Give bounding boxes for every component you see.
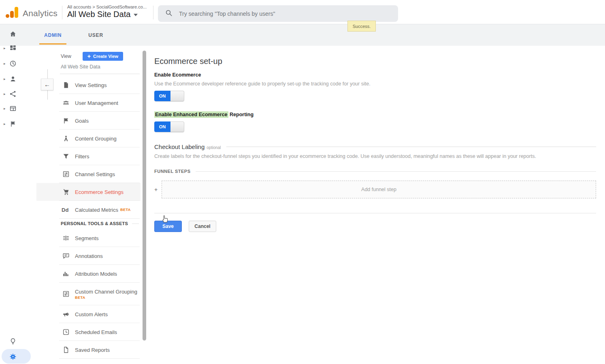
expand-caret-icon: ▸ (4, 122, 6, 126)
speech-bubble-icon (62, 252, 70, 260)
app-header: Analytics All accounts > SocialGoodSoftw… (0, 0, 605, 24)
add-step-plus-icon[interactable]: + (154, 186, 160, 193)
search-input[interactable] (179, 11, 373, 17)
rail-item-insights[interactable] (0, 337, 32, 346)
realtime-clock-icon (9, 60, 17, 67)
sidebar-item-scheduled-emails[interactable]: Scheduled Emails (36, 323, 141, 341)
sidebar-item-ecommerce-settings[interactable]: Ecommerce Settings (36, 183, 141, 201)
enhanced-ecommerce-label: Enable Enhanced Ecommerce Reporting (154, 112, 596, 117)
acquisition-share-icon (9, 90, 17, 98)
rail-item-conversions[interactable]: ▸ (0, 119, 32, 128)
rail-item-audience[interactable]: ▸ (0, 75, 32, 83)
analytics-admin-page: Analytics All accounts > SocialGoodSoftw… (0, 0, 605, 364)
collapse-sidebar-button[interactable]: ← (41, 79, 53, 90)
breadcrumb[interactable]: All accounts > SocialGoodSoftware.co... (67, 4, 147, 9)
header-divider (62, 6, 62, 19)
admin-sidebar: View + Create View All Web Site Data Vie… (36, 46, 141, 364)
sidebar-item-custom-channel-grouping[interactable]: Custom Channel Grouping BETA (36, 283, 141, 305)
sidebar-item-goals[interactable]: Goals (36, 112, 141, 130)
section-divider (154, 213, 596, 213)
home-icon (9, 30, 17, 38)
behavior-window-icon (9, 105, 17, 112)
enable-ecommerce-label: Enable Ecommerce (154, 72, 596, 78)
personal-tools-section: PERSONAL TOOLS & ASSETS (61, 221, 139, 226)
beta-badge: BETA (120, 208, 131, 212)
success-toast: Success. (347, 21, 376, 32)
funnel-steps-header: FUNNEL STEPS (154, 169, 596, 174)
sidebar-scrollbar[interactable] (143, 51, 146, 341)
toggle-knob (170, 121, 184, 132)
expand-caret-icon: ▸ (4, 92, 6, 96)
admin-tab-bar: ADMIN USER (0, 24, 605, 46)
mouse-cursor-icon (160, 215, 169, 224)
people-icon (62, 99, 70, 106)
rail-item-customization[interactable]: ▸ (0, 44, 32, 53)
toggle-on-label: ON (154, 91, 170, 101)
header-divider (153, 6, 153, 19)
sidebar-item-user-management[interactable]: User Management (36, 94, 141, 112)
toggle-knob (170, 91, 184, 101)
highlighted-text: Enable Enhanced Ecommerce (154, 111, 228, 118)
rail-item-admin[interactable] (0, 352, 32, 361)
rail-item-realtime[interactable]: ▸ (0, 59, 32, 68)
document-icon (62, 81, 70, 89)
sidebar-item-segments[interactable]: Segments (36, 229, 141, 247)
rail-item-behavior[interactable]: ▸ (0, 104, 32, 113)
sidebar-menu-personal: Segments Annotations Attribution Models (36, 229, 141, 359)
megaphone-icon (62, 311, 70, 318)
view-selector-dropdown[interactable]: All Web Site Data (67, 10, 138, 19)
rail-item-home[interactable] (0, 30, 32, 38)
analytics-logo-icon[interactable] (6, 7, 19, 18)
enable-ecommerce-description: Use the Ecommerce developer reference gu… (154, 81, 596, 87)
sidebar-item-channel-settings[interactable]: Channel Settings (36, 165, 141, 183)
sidebar-item-calculated-metrics[interactable]: Dd Calculated Metrics BETA (36, 201, 141, 219)
funnel-icon (62, 153, 70, 160)
beta-badge: BETA (75, 296, 137, 300)
calculated-metrics-icon: Dd (62, 207, 68, 213)
checkout-labeling-header: Checkout Labeling optional (154, 143, 596, 150)
tab-user[interactable]: USER (83, 24, 108, 45)
alarm-clock-icon (62, 328, 70, 336)
view-column-label: View (61, 53, 71, 59)
cart-icon (62, 188, 70, 196)
expand-caret-icon: ▸ (4, 46, 6, 50)
enhanced-ecommerce-toggle[interactable]: ON (154, 121, 184, 132)
flag-icon (62, 117, 70, 124)
header-rule (226, 147, 596, 147)
sliders-box-icon (62, 290, 70, 298)
search-bar[interactable] (158, 5, 398, 22)
page-title: Ecommerce set-up (154, 57, 596, 66)
insights-bulb-icon (9, 338, 17, 345)
add-funnel-step-button[interactable]: Add funnel step (162, 181, 596, 198)
sidebar-view-name: All Web Site Data (61, 64, 100, 70)
expand-caret-icon: ▸ (4, 62, 6, 66)
reports-grid-icon (9, 45, 17, 52)
create-view-button[interactable]: + Create View (83, 52, 123, 61)
search-icon (165, 9, 173, 18)
person-split-icon (62, 135, 70, 142)
chevron-down-icon (134, 14, 138, 16)
sidebar-item-custom-alerts[interactable]: Custom Alerts (36, 305, 141, 323)
checkout-labeling-description: Create labels for the checkout-funnel st… (154, 153, 596, 159)
cancel-button[interactable]: Cancel (189, 221, 216, 232)
expand-caret-icon: ▸ (4, 106, 6, 111)
rail-item-acquisition[interactable]: ▸ (0, 89, 32, 98)
plus-icon: + (87, 53, 91, 60)
audience-person-icon (9, 75, 17, 83)
sidebar-item-filters[interactable]: Filters (36, 147, 141, 165)
tab-admin[interactable]: ADMIN (39, 24, 66, 45)
sidebar-item-attribution-models[interactable]: Attribution Models (36, 265, 141, 283)
ecommerce-setup-panel: Ecommerce set-up Enable Ecommerce Use th… (154, 46, 596, 232)
segments-icon (62, 234, 70, 242)
conversions-flag-icon (9, 120, 17, 128)
toggle-on-label: ON (154, 121, 170, 132)
sidebar-item-saved-reports[interactable]: Saved Reports (36, 341, 141, 359)
enable-ecommerce-toggle[interactable]: ON (154, 91, 184, 101)
admin-gear-icon (9, 353, 17, 360)
sidebar-item-annotations[interactable]: Annotations (36, 247, 141, 265)
header-rule (196, 171, 596, 172)
brand-title: Analytics (23, 9, 58, 18)
funnel-step-row: + Add funnel step (154, 181, 596, 198)
sidebar-item-content-grouping[interactable]: Content Grouping (36, 130, 141, 147)
page-outline-icon (62, 346, 70, 353)
